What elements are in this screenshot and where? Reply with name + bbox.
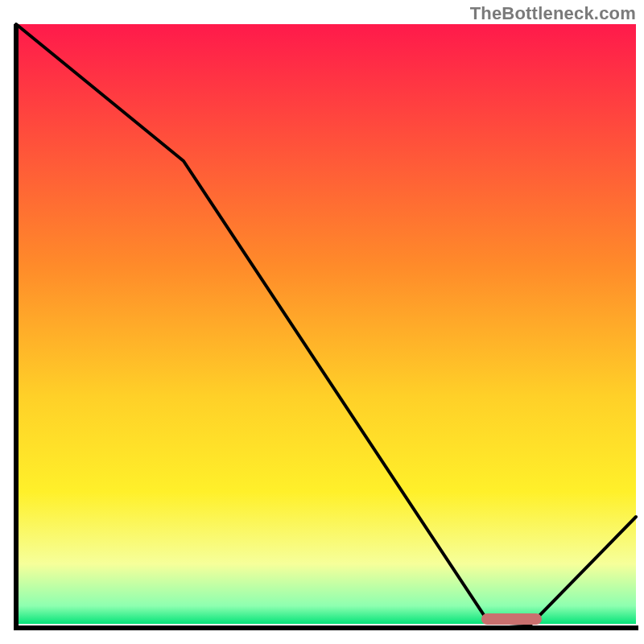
chart-container: TheBottleneck.com — [0, 0, 644, 644]
optimal-marker — [481, 613, 542, 625]
chart-svg — [0, 0, 644, 644]
plot-background — [16, 24, 636, 624]
